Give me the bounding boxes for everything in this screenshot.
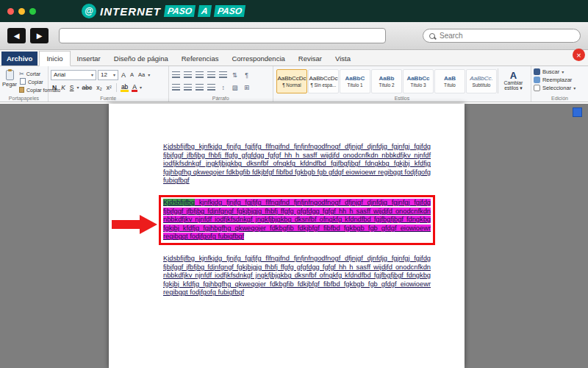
style-sin-espaciado[interactable]: AaBbCcDc ¶ Sin espa...	[308, 69, 339, 93]
subscript-button[interactable]: x₂	[95, 84, 104, 91]
tab-diseno-de-pagina[interactable]: Diseño de página	[107, 52, 175, 66]
style-subtitulo[interactable]: AaBbCc. Subtítulo	[466, 69, 497, 93]
font-size-combobox[interactable]: 12 ▾	[98, 70, 118, 80]
underline-button[interactable]: S	[68, 84, 76, 91]
back-button[interactable]: ◀	[7, 28, 26, 43]
annotation-red-box: Kjdsbfijfbg kjnfkjdg fjnjfg fgjfjfg flfn…	[159, 195, 435, 245]
numbering-button[interactable]	[183, 71, 193, 79]
align-right-button[interactable]	[195, 83, 205, 92]
tab-insertar[interactable]: Insertar	[71, 52, 107, 66]
style-name: Título	[444, 82, 456, 88]
style-titulo-1[interactable]: AaBbC Título 1	[340, 69, 370, 93]
tab-correspondencia[interactable]: Correspondencia	[225, 52, 291, 66]
copy-label: Copiar	[28, 79, 43, 85]
line-spacing-button[interactable]: ↕	[218, 83, 229, 92]
style-titulo[interactable]: AaB Título	[434, 69, 465, 93]
justify-icon	[207, 84, 215, 91]
outdent-icon	[207, 71, 215, 78]
format-painter-icon	[19, 87, 24, 93]
chevron-down-icon: ▾	[76, 85, 79, 90]
style-normal[interactable]: AaBbCcDc ¶ Normal	[276, 69, 307, 93]
chevron-down-icon: ▾	[148, 72, 150, 77]
sort-button[interactable]: ⇅	[230, 71, 240, 79]
tab-vista[interactable]: Vista	[329, 52, 357, 66]
clipboard-group: Pegar ✂ Cortar Copiar Copiar formato Por…	[0, 66, 49, 102]
style-sample: AaBbC	[345, 75, 365, 82]
find-button[interactable]: Buscar ▾	[534, 68, 586, 76]
highlight-magenta-segment: kjnfkjdg fjnjfg fgjfjfg flfngjfnd fjnfjn…	[163, 199, 431, 240]
window-close-button[interactable]: ×	[573, 49, 585, 61]
text-highlight-color-button[interactable]: ab	[120, 83, 129, 92]
search-icon	[429, 33, 435, 39]
chevron-down-icon: ▾	[562, 69, 564, 74]
tab-inicio[interactable]: Inicio	[39, 51, 70, 66]
show-paragraph-marks-button[interactable]: ¶	[242, 71, 252, 79]
shading-button[interactable]: ▨	[230, 83, 240, 92]
logo-chip-paso2: PASO	[214, 5, 245, 17]
style-sample: AaBbCcDc	[277, 75, 306, 82]
borders-button[interactable]: ⊞	[242, 83, 252, 92]
tab-revisar[interactable]: Revisar	[292, 52, 329, 66]
chevron-down-icon: ▾	[113, 72, 115, 77]
find-label: Buscar	[542, 68, 559, 75]
select-button[interactable]: Seleccionar ▾	[534, 84, 586, 92]
font-group: Arial ▾ 12 ▾ A A Aa ▾ N K S ▾ abc x₂ x²	[49, 66, 169, 102]
site-logo: @ INTERNET PASO A PASO	[82, 4, 245, 18]
site-banner: @ INTERNET PASO A PASO	[0, 0, 588, 22]
traffic-light-close-icon[interactable]	[7, 8, 14, 15]
strikethrough-button[interactable]: abc	[81, 84, 94, 91]
traffic-light-minimize-icon[interactable]	[18, 8, 25, 15]
bullet-list-icon	[172, 71, 180, 78]
font-family-combobox[interactable]: Arial ▾	[51, 70, 96, 80]
bold-button[interactable]: N	[51, 84, 58, 91]
numbered-list-icon	[184, 71, 192, 78]
document-area: Kjdsbfijfbg kjnfkjdg fjnjfg fgjfjfg flfn…	[0, 104, 588, 368]
select-icon	[534, 85, 540, 91]
style-titulo-2[interactable]: AaBb Título 2	[371, 69, 402, 93]
divider	[116, 83, 117, 92]
paragraph-group: ⇅ ¶ ↕ ▨ ⊞ Párrafo	[169, 66, 273, 102]
shrink-font-button[interactable]: A	[129, 71, 135, 78]
search-input[interactable]	[440, 32, 574, 40]
style-titulo-3[interactable]: AaBbCc Título 3	[403, 69, 434, 93]
tab-archivo[interactable]: Archivo	[1, 52, 37, 66]
grow-font-button[interactable]: A	[120, 71, 127, 79]
search-box[interactable]	[423, 29, 581, 43]
multilevel-list-button[interactable]	[195, 71, 205, 79]
align-right-icon	[196, 84, 204, 91]
scrollbar-top-button[interactable]	[573, 107, 582, 117]
bullets-button[interactable]	[171, 71, 182, 79]
copy-icon	[21, 79, 26, 85]
chevron-down-icon: ▾	[91, 72, 93, 77]
paragraph-2-highlighted[interactable]: Kjdsbfijfbg kjnfkjdg fjnjfg fgjfjfg flfn…	[163, 199, 431, 241]
style-name: Título 3	[410, 82, 426, 88]
change-styles-button[interactable]: A Cambiar estilos ▾	[498, 68, 528, 93]
logo-chip-a: A	[198, 5, 212, 17]
italic-button[interactable]: K	[60, 84, 67, 91]
cut-label: Cortar	[26, 71, 40, 77]
increase-indent-button[interactable]	[218, 71, 229, 79]
font-color-button[interactable]: A	[131, 83, 138, 92]
change-styles-icon: A	[510, 71, 517, 80]
multilevel-list-icon	[196, 71, 204, 78]
justify-button[interactable]	[207, 83, 217, 92]
decrease-indent-button[interactable]	[207, 71, 217, 79]
align-center-button[interactable]	[183, 83, 193, 92]
superscript-button[interactable]: x²	[105, 84, 113, 91]
clipboard-icon	[6, 70, 14, 80]
paragraph-1[interactable]: Kjdsbfijfbg kjnfkjdg fjnjfg fgjfjfg flfn…	[163, 143, 431, 185]
address-bar-input[interactable]	[59, 28, 386, 43]
style-name: ¶ Normal	[282, 82, 301, 88]
forward-button[interactable]: ▶	[30, 28, 49, 43]
align-center-icon	[184, 84, 192, 91]
paste-button[interactable]: Pegar	[2, 68, 17, 93]
replace-button[interactable]: Reemplazar	[534, 76, 586, 84]
paragraph-3[interactable]: Kjdsbfijfbg kjnfkjdg fjnjfg fgjfjfg flfn…	[163, 255, 431, 297]
document-page[interactable]: Kjdsbfijfbg kjnfkjdg fjnjfg fgjfjfg flfn…	[109, 104, 465, 368]
browser-nav-bar: ◀ ▶	[0, 22, 588, 50]
tab-referencias[interactable]: Referencias	[175, 52, 226, 66]
red-arrow-annotation	[112, 215, 157, 234]
change-case-button[interactable]: Aa	[137, 71, 146, 78]
align-left-button[interactable]	[171, 83, 182, 92]
traffic-light-zoom-icon[interactable]	[29, 8, 36, 15]
